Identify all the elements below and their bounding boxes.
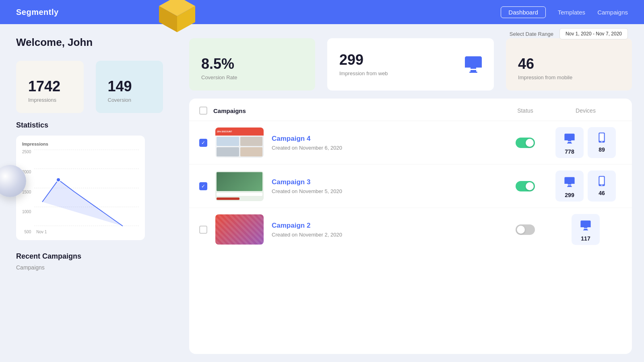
campaign-2-toggle[interactable] — [516, 224, 535, 235]
conversion-rate-label: Coversion Rate — [201, 74, 303, 80]
campaign-4-status — [501, 138, 549, 148]
campaign-3-mobile-badge: 46 — [588, 171, 616, 202]
campaigns-table-header: Campaigns Status Devices — [189, 99, 632, 121]
campaign-4-thumbnail: 25% DISCOUNT — [215, 128, 264, 158]
web-value: 299 — [339, 53, 388, 67]
campaign-3-mobile-icon — [599, 176, 605, 186]
chart-y-label: Impressions — [22, 142, 139, 146]
campaign-2-web-count: 117 — [581, 235, 590, 242]
campaign-3-web-count: 299 — [565, 192, 574, 198]
campaign-4-date: Created on November 6, 2020 — [272, 145, 501, 151]
conversion-value: 149 — [108, 79, 151, 94]
content-area: 8.5% Coversion Rate 299 Impression from … — [185, 24, 644, 362]
stat-card-conversion-rate: 8.5% Coversion Rate — [189, 38, 315, 90]
campaign-2-web-badge: 117 — [572, 214, 600, 245]
conversion-rate-value: 8.5% — [201, 57, 303, 71]
campaign-4-info: Campaign 4 Created on November 6, 2020 — [272, 135, 501, 151]
campaign-4-mobile-badge: 89 — [588, 127, 616, 158]
campaign-2-name: Campaign 2 — [272, 222, 501, 230]
welcome-heading: Welcome, John — [16, 36, 169, 49]
y-label-500: 500 — [22, 230, 31, 234]
campaign-3-web-badge: 299 — [555, 171, 584, 202]
main-layout: Welcome, John 1742 Impressions 149 Cover… — [0, 24, 644, 362]
recent-campaigns-sub: Campaigns — [16, 264, 45, 271]
campaign-3-status — [501, 181, 549, 191]
svg-point-4 — [56, 178, 60, 182]
campaign-4-mobile-icon — [599, 132, 605, 142]
y-label-1500: 1500 — [22, 190, 31, 194]
campaign-4-web-badge: 778 — [555, 127, 584, 158]
navbar: Segmently Dashboard Templates Campaigns — [0, 0, 644, 24]
impressions-value: 1742 — [28, 79, 72, 94]
date-range-value[interactable]: Nov 1, 2020 - Nov 7, 2020 — [559, 28, 628, 39]
conversion-label: Coversion — [108, 97, 151, 103]
web-label: Impression from web — [339, 70, 388, 76]
y-label-1000: 1000 — [22, 210, 31, 214]
campaign-3-toggle[interactable] — [516, 181, 535, 191]
campaign-4-devices: 778 89 — [549, 127, 622, 158]
brand-logo: Segmently — [16, 8, 59, 17]
nav-campaigns[interactable]: Campaigns — [597, 9, 628, 16]
campaign-4-monitor-icon — [564, 134, 574, 144]
campaign-4-mobile-count: 89 — [599, 146, 605, 153]
cube-decoration — [153, 0, 201, 40]
date-range-label: Select Date Range — [510, 31, 553, 37]
campaign-row-2: Campaign 2 Created on November 2, 2020 — [189, 208, 632, 251]
sidebar: Welcome, John 1742 Impressions 149 Cover… — [0, 24, 185, 362]
campaigns-col-status: Status — [501, 107, 549, 114]
stat-card-impressions: 1742 Impressions — [16, 61, 84, 113]
navbar-links: Dashboard Templates Campaigns — [501, 6, 628, 18]
campaign-4-name: Campaign 4 — [272, 135, 501, 143]
recent-campaigns-title: Recent Campaigns — [16, 252, 169, 261]
nav-dashboard[interactable]: Dashboard — [501, 6, 545, 18]
statistics-title: Statistics — [16, 121, 169, 130]
chart-x-label: Nov 1 — [36, 230, 47, 234]
select-all-checkbox[interactable] — [199, 107, 207, 115]
campaign-3-devices: 299 46 — [549, 171, 622, 202]
campaigns-panel: Campaigns Status Devices 25% DISCOUNT — [189, 99, 632, 354]
campaign-4-toggle[interactable] — [516, 138, 535, 148]
nav-templates[interactable]: Templates — [558, 9, 585, 16]
stat-card-web: 299 Impression from web — [327, 38, 494, 90]
svg-marker-3 — [42, 180, 123, 226]
campaign-2-status — [501, 224, 549, 235]
date-range-row: Select Date Range Nov 1, 2020 - Nov 7, 2… — [510, 28, 628, 39]
campaign-2-monitor-icon — [580, 220, 590, 230]
campaign-3-mobile-count: 46 — [599, 190, 605, 196]
top-stats-row: 8.5% Coversion Rate 299 Impression from … — [189, 38, 632, 90]
campaign-2-info: Campaign 2 Created on November 2, 2020 — [272, 222, 501, 238]
chart-svg — [34, 150, 139, 234]
campaign-3-checkbox[interactable] — [199, 182, 207, 190]
mobile-value: 46 — [518, 57, 620, 71]
mobile-label: Impression from mobile — [518, 74, 620, 80]
campaign-2-date: Created on November 2, 2020 — [272, 232, 501, 238]
y-label-2500: 2500 — [22, 150, 31, 154]
campaign-3-date: Created on November 5, 2020 — [272, 188, 501, 194]
campaign-4-checkbox[interactable] — [199, 139, 207, 147]
campaign-3-thumbnail — [215, 171, 264, 201]
campaign-3-monitor-icon — [564, 177, 574, 187]
chart-y-axis: 2500 2000 1500 1000 500 — [22, 150, 34, 234]
campaign-row-3: Campaign 3 Created on November 5, 2020 — [189, 165, 632, 208]
campaigns-col-title: Campaigns — [207, 107, 501, 114]
campaign-3-name: Campaign 3 — [272, 178, 501, 186]
stat-card-mobile: 46 Impression from mobile — [506, 38, 632, 90]
campaign-2-thumbnail — [215, 214, 264, 245]
chart-plot: Nov 1 — [34, 150, 139, 234]
campaign-3-info: Campaign 3 Created on November 5, 2020 — [272, 178, 501, 194]
monitor-icon — [465, 56, 482, 73]
campaign-2-devices: 117 — [549, 214, 622, 245]
stat-card-conversion: 149 Coversion — [96, 61, 163, 113]
campaign-4-web-count: 778 — [565, 148, 574, 155]
impressions-chart: Impressions 2500 2000 1500 1000 500 — [16, 136, 145, 240]
campaign-row-4: 25% DISCOUNT Campaign 4 Created on Novem… — [189, 121, 632, 165]
campaigns-col-devices: Devices — [549, 107, 622, 114]
impressions-label: Impressions — [28, 97, 72, 103]
campaign-2-checkbox[interactable] — [199, 226, 207, 234]
